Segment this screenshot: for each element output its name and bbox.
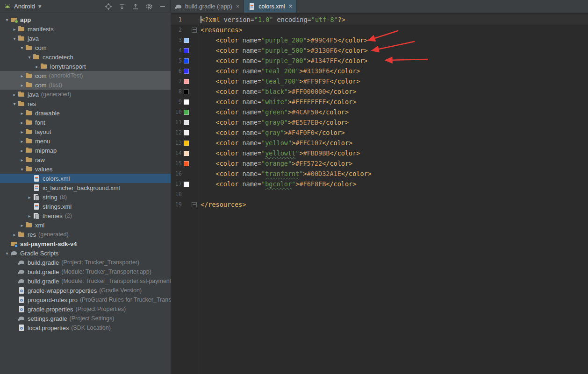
- editor-tab[interactable]: build.gradle (:app) ×: [171, 0, 244, 13]
- code-text: <color name="bgcolor">#F6F8FB</color>: [199, 180, 356, 188]
- locate-icon[interactable]: [105, 3, 112, 10]
- color-swatch[interactable]: [184, 130, 189, 135]
- chevron-icon[interactable]: ▾: [11, 101, 18, 106]
- tree-item[interactable]: ▸ string (8): [0, 192, 171, 202]
- project-tree[interactable]: ▾ app ▸ manifests ▾ java ▾ com ▾ cscodet…: [0, 13, 171, 374]
- collapse-all-icon[interactable]: [132, 3, 139, 10]
- editor-gutter: 4: [171, 47, 199, 54]
- tree-item[interactable]: ssl-payment-sdk-v4: [0, 239, 171, 248]
- tree-item[interactable]: ▸ menu: [0, 136, 171, 146]
- color-swatch[interactable]: [184, 141, 189, 146]
- tree-item-suffix: (androidTest): [49, 72, 83, 79]
- chevron-down-icon[interactable]: ▼: [38, 4, 42, 9]
- tree-item[interactable]: ▾ java: [0, 34, 171, 43]
- chevron-icon[interactable]: ▸: [11, 232, 18, 237]
- color-swatch[interactable]: [184, 89, 189, 94]
- editor-gutter: 12: [171, 129, 199, 136]
- fold-icon[interactable]: [192, 28, 197, 33]
- tree-item[interactable]: ▸ java (generated): [0, 90, 171, 99]
- chevron-icon[interactable]: ▾: [4, 251, 10, 256]
- chevron-icon[interactable]: ▸: [19, 120, 25, 125]
- color-swatch[interactable]: [184, 38, 189, 43]
- tree-item[interactable]: gradle.properties (Project Properties): [0, 304, 171, 314]
- chevron-icon[interactable]: ▸: [19, 157, 25, 162]
- expand-all-icon[interactable]: [118, 3, 126, 10]
- tree-item[interactable]: colors.xml: [0, 174, 171, 183]
- chevron-icon[interactable]: ▸: [19, 73, 25, 78]
- tree-item-suffix: (8): [60, 194, 67, 200]
- chevron-icon[interactable]: ▸: [19, 83, 25, 88]
- tree-item[interactable]: ▸ res (generated): [0, 230, 171, 239]
- editor-tab[interactable]: colors.xml ×: [244, 0, 297, 13]
- chevron-icon[interactable]: ▸: [19, 111, 25, 116]
- chevron-icon[interactable]: ▸: [26, 213, 33, 219]
- chevron-icon[interactable]: ▾: [19, 167, 25, 172]
- tree-item[interactable]: local.properties (SDK Location): [0, 323, 171, 332]
- tree-item-suffix: (2): [65, 212, 72, 219]
- tree-item[interactable]: build.gradle (Module: Trucker_Transporte…: [0, 276, 171, 286]
- color-swatch[interactable]: [184, 69, 189, 74]
- tree-item[interactable]: ic_launcher_background.xml: [0, 183, 171, 192]
- chevron-icon[interactable]: ▾: [26, 55, 33, 60]
- tree-item[interactable]: gradle-wrapper.properties (Gradle Versio…: [0, 286, 171, 295]
- close-icon[interactable]: ×: [236, 3, 240, 10]
- color-swatch[interactable]: [184, 120, 189, 125]
- chevron-icon[interactable]: ▾: [4, 17, 10, 22]
- color-swatch[interactable]: [184, 182, 189, 187]
- tree-item[interactable]: ▾ res: [0, 99, 171, 108]
- code-editor[interactable]: 1 <?xml version="1.0" encoding="utf-8"?>…: [171, 13, 588, 374]
- project-view-selector[interactable]: Android: [14, 3, 35, 10]
- tree-item[interactable]: ▸ com (test): [0, 80, 171, 90]
- close-icon[interactable]: ×: [289, 3, 293, 10]
- tree-item[interactable]: ▾ cscodetech: [0, 52, 171, 62]
- fold-icon[interactable]: [192, 202, 197, 207]
- chevron-icon[interactable]: ▸: [34, 64, 40, 69]
- code-line: 6 <color name="teal_200">#3130F6</color>: [171, 66, 588, 76]
- tree-item[interactable]: strings.xml: [0, 202, 171, 211]
- chevron-icon[interactable]: ▾: [11, 36, 18, 41]
- tree-item[interactable]: ▸ themes (2): [0, 211, 171, 220]
- chevron-icon[interactable]: ▸: [11, 27, 18, 32]
- tree-item[interactable]: build.gradle (Module: Trucker_Transporte…: [0, 267, 171, 276]
- chevron-icon[interactable]: ▸: [11, 92, 18, 97]
- color-swatch[interactable]: [184, 161, 189, 166]
- chevron-icon[interactable]: ▸: [26, 195, 33, 200]
- settings-gear-icon[interactable]: [145, 3, 153, 10]
- chevron-icon[interactable]: ▸: [19, 223, 25, 228]
- code-line: 14 <color name="yellowtt">#FBD9BB</color…: [171, 148, 588, 158]
- tree-item[interactable]: ▾ app: [0, 15, 171, 24]
- tree-item[interactable]: proguard-rules.pro (ProGuard Rules for T…: [0, 295, 171, 304]
- chevron-icon[interactable]: ▾: [19, 45, 25, 50]
- color-swatch[interactable]: [184, 151, 189, 156]
- tree-item[interactable]: ▾ values: [0, 164, 171, 174]
- color-swatch[interactable]: [184, 79, 189, 84]
- tree-item[interactable]: ▸ lorrytransport: [0, 62, 171, 71]
- chevron-icon[interactable]: ▸: [19, 139, 25, 144]
- tree-item[interactable]: ▸ drawable: [0, 108, 171, 118]
- tree-item[interactable]: build.gradle (Project: Trucker_Transport…: [0, 258, 171, 267]
- tree-item[interactable]: ▾ Gradle Scripts: [0, 248, 171, 258]
- tree-item[interactable]: ▸ xml: [0, 220, 171, 230]
- editor-gutter: 8: [171, 88, 199, 95]
- tree-item[interactable]: settings.gradle (Project Settings): [0, 314, 171, 323]
- tree-item[interactable]: ▸ layout: [0, 127, 171, 136]
- tree-item[interactable]: ▾ com: [0, 43, 171, 52]
- color-swatch[interactable]: [184, 48, 189, 53]
- hide-panel-icon[interactable]: [159, 3, 166, 10]
- color-swatch[interactable]: [184, 58, 189, 64]
- tree-item-label: lorrytransport: [50, 63, 86, 70]
- color-swatch[interactable]: [184, 110, 189, 115]
- tree-item[interactable]: ▸ raw: [0, 155, 171, 164]
- tree-item-suffix: (Gradle Version): [99, 287, 142, 294]
- tree-item[interactable]: ▸ manifests: [0, 24, 171, 34]
- color-swatch[interactable]: [184, 99, 189, 105]
- tree-item[interactable]: ▸ mipmap: [0, 146, 171, 155]
- folder-icon: [18, 25, 25, 33]
- tree-item-label: font: [35, 119, 45, 126]
- tree-item-suffix: (generated): [38, 231, 69, 238]
- tree-item[interactable]: ▸ font: [0, 118, 171, 127]
- tree-item[interactable]: ▸ com (androidTest): [0, 71, 171, 80]
- folder-icon: [18, 35, 25, 42]
- chevron-icon[interactable]: ▸: [19, 129, 25, 134]
- chevron-icon[interactable]: ▸: [19, 148, 25, 153]
